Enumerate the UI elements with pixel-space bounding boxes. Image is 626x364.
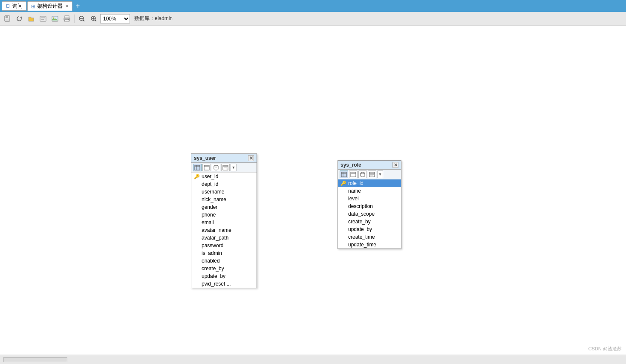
svg-rect-28 <box>341 172 346 177</box>
designer-icon: ⊞ <box>31 3 35 9</box>
field-label: create_by <box>202 266 224 272</box>
tab-query[interactable]: 🗒 询问 <box>2 1 26 11</box>
svg-rect-2 <box>5 19 9 21</box>
svg-rect-4 <box>40 16 46 21</box>
table-card-sys-role: sys_role ✕ ▼ 🔑 role_id 🔑 <box>338 160 401 249</box>
table-row[interactable]: 🔑 update_time <box>338 241 401 248</box>
tab-bar: 🗒 询问 ⊞ 架构设计器 ✕ + <box>0 0 626 12</box>
field-label: gender <box>202 204 217 210</box>
svg-point-23 <box>214 165 218 167</box>
table-title-sys-role: sys_role <box>340 162 361 168</box>
table-view-btn-role[interactable] <box>349 170 358 178</box>
table-dropdown-btn-role[interactable]: ▼ <box>377 170 383 178</box>
table-row[interactable]: 🔑 user_id <box>191 173 257 180</box>
status-bar <box>0 355 626 364</box>
toolbar-divider-1 <box>74 14 75 23</box>
table-edit-btn[interactable] <box>193 164 202 171</box>
table-row[interactable]: 🔑 create_time <box>338 233 401 241</box>
table-row[interactable]: 🔑 avatar_name <box>191 226 257 234</box>
svg-line-17 <box>95 20 96 21</box>
field-label: level <box>348 196 359 202</box>
table-row[interactable]: 🔑 pwd_reset ... <box>191 280 257 288</box>
table-info-btn[interactable] <box>221 164 230 171</box>
field-label: user_id <box>202 173 218 179</box>
table-row[interactable]: 🔑 level <box>338 195 401 202</box>
svg-point-10 <box>68 19 69 20</box>
open-button[interactable] <box>26 14 37 24</box>
field-label: is_admin <box>202 250 222 256</box>
field-label: phone <box>202 212 216 218</box>
field-label: nick_name <box>202 196 226 202</box>
table-row[interactable]: 🔑 role_id <box>338 179 401 187</box>
table-row[interactable]: 🔑 data_scope <box>338 210 401 218</box>
field-label: update_by <box>202 273 225 279</box>
table-row[interactable]: 🔑 is_admin <box>191 249 257 257</box>
tab-query-label: 询问 <box>12 3 23 10</box>
svg-rect-34 <box>369 172 375 177</box>
image-button[interactable] <box>49 14 61 24</box>
table-view-btn[interactable] <box>202 164 211 171</box>
table-header-sys-user[interactable]: sys_user ✕ <box>191 154 257 163</box>
tab-close-button[interactable]: ✕ <box>65 4 69 9</box>
zoom-in-button[interactable] <box>88 14 99 24</box>
table-row[interactable]: 🔑 dept_id <box>191 180 257 188</box>
print-button[interactable] <box>61 14 72 24</box>
db-label: 数据库：eladmin <box>134 15 173 22</box>
svg-rect-9 <box>65 20 69 22</box>
table-edit-btn-role[interactable] <box>340 170 348 178</box>
tab-designer-label: 架构设计器 <box>37 3 63 10</box>
table-row[interactable]: 🔑 username <box>191 188 257 196</box>
svg-rect-21 <box>204 165 209 170</box>
table-row[interactable]: 🔑 update_by <box>191 272 257 280</box>
table-row[interactable]: 🔑 enabled <box>191 257 257 265</box>
svg-rect-18 <box>195 165 200 170</box>
table-header-sys-role[interactable]: sys_role ✕ <box>338 161 401 170</box>
table-toolbar-sys-user: ▼ <box>191 163 257 173</box>
save-button[interactable] <box>2 14 13 24</box>
close-sys-role-button[interactable]: ✕ <box>392 162 398 168</box>
table-row[interactable]: 🔑 email <box>191 219 257 226</box>
toolbar: 100% 50% 75% 125% 150% 200% 数据库：eladmin <box>0 12 626 26</box>
new-tab-button[interactable]: + <box>73 3 82 9</box>
svg-marker-3 <box>20 16 22 18</box>
zoom-select[interactable]: 100% 50% 75% 125% 150% 200% <box>100 14 130 23</box>
table-body-sys-role[interactable]: 🔑 role_id 🔑 name 🔑 level 🔑 description 🔑… <box>338 179 401 248</box>
close-sys-user-button[interactable]: ✕ <box>248 155 254 161</box>
svg-rect-31 <box>351 172 356 177</box>
key-icon: 🔑 <box>194 174 200 179</box>
field-label: create_by <box>348 219 371 225</box>
table-info-btn-role[interactable] <box>368 170 376 178</box>
table-row[interactable]: 🔑 update_by <box>338 225 401 233</box>
table-toolbar-sys-role: ▼ <box>338 170 401 179</box>
key-icon: 🔑 <box>340 181 346 186</box>
table-row[interactable]: 🔑 nick_name <box>191 196 257 203</box>
table-row[interactable]: 🔑 create_by <box>191 265 257 272</box>
refresh-button[interactable] <box>14 14 25 24</box>
table-data-btn-role[interactable] <box>358 170 367 178</box>
export-button[interactable] <box>38 14 49 24</box>
table-row[interactable]: 🔑 name <box>338 187 401 195</box>
field-label: role_id <box>348 180 363 186</box>
table-row[interactable]: 🔑 phone <box>191 211 257 219</box>
svg-rect-24 <box>223 165 228 170</box>
table-row[interactable]: 🔑 description <box>338 202 401 210</box>
horizontal-scrollbar[interactable] <box>3 357 67 362</box>
svg-point-33 <box>361 172 365 174</box>
table-body-sys-user[interactable]: 🔑 user_id 🔑 dept_id 🔑 username 🔑 nick_na… <box>191 173 257 288</box>
table-row[interactable]: 🔑 gender <box>191 203 257 211</box>
table-dropdown-btn[interactable]: ▼ <box>231 164 237 171</box>
field-label: email <box>202 220 214 225</box>
watermark: CSDN @渣渣苏 <box>588 346 622 352</box>
tab-designer[interactable]: ⊞ 架构设计器 ✕ <box>27 1 72 11</box>
table-row[interactable]: 🔑 create_by <box>338 218 401 225</box>
field-label: dept_id <box>202 181 218 187</box>
table-row[interactable]: 🔑 avatar_path <box>191 234 257 242</box>
svg-rect-1 <box>6 16 8 18</box>
field-label: username <box>202 189 224 195</box>
table-row[interactable]: 🔑 password <box>191 242 257 249</box>
canvas: sys_user ✕ ▼ 🔑 user_id 🔑 <box>0 26 626 355</box>
zoom-out-button[interactable] <box>76 14 87 24</box>
svg-line-13 <box>83 20 84 21</box>
field-label: avatar_name <box>202 227 231 233</box>
table-data-btn[interactable] <box>212 164 220 171</box>
